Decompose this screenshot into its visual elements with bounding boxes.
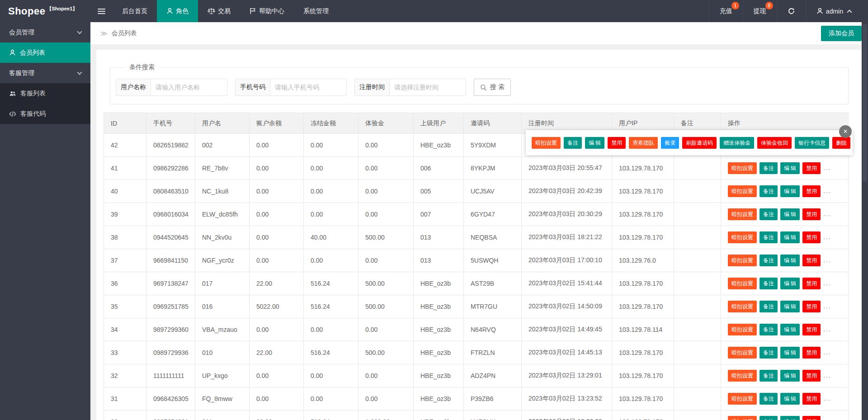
row-action-button[interactable]: 禁用 xyxy=(802,347,821,359)
nav-item-2[interactable]: 交易 xyxy=(198,0,240,22)
row-action-button[interactable]: 备注 xyxy=(760,393,778,405)
sidebar-item-4[interactable]: 客服代码 xyxy=(0,104,90,124)
row-action-button[interactable]: 禁用 xyxy=(802,370,821,382)
row-action-button[interactable]: 暗扣设置 xyxy=(728,301,757,312)
row-action-button[interactable]: 暗扣设置 xyxy=(728,278,757,289)
row-action-button[interactable]: 编 辑 xyxy=(780,416,800,420)
popup-action-button[interactable]: 备注 xyxy=(564,137,582,149)
row-action-button[interactable]: 编 辑 xyxy=(780,278,800,289)
cell-remark xyxy=(674,411,721,420)
row-action-button[interactable]: 备注 xyxy=(760,231,778,243)
cell-id: 38 xyxy=(104,226,146,249)
nav-item-1[interactable]: 角色 xyxy=(157,0,198,22)
nav-item-3[interactable]: 帮助中心 xyxy=(240,0,294,22)
row-action-button[interactable]: 备注 xyxy=(760,347,778,359)
more-actions-button[interactable]: ... xyxy=(823,256,831,264)
row-action-button[interactable]: 暗扣设置 xyxy=(728,162,757,174)
sidebar-item-0[interactable]: 会员管理 xyxy=(0,22,90,42)
row-action-button[interactable]: 暗扣设置 xyxy=(728,393,757,405)
search-input-1[interactable] xyxy=(270,79,346,95)
row-action-button[interactable]: 暗扣设置 xyxy=(728,416,757,420)
popup-action-button[interactable]: 编 辑 xyxy=(585,137,604,149)
search-input-2[interactable] xyxy=(390,79,466,95)
popup-action-button[interactable]: 暗扣设置 xyxy=(532,137,561,149)
more-actions-button[interactable]: ... xyxy=(823,326,831,333)
more-actions-button[interactable]: ... xyxy=(823,279,831,287)
row-action-button[interactable]: 备注 xyxy=(760,416,778,420)
row-action-button[interactable]: 编 辑 xyxy=(780,393,800,405)
add-member-button[interactable]: 添加会员 xyxy=(821,26,862,41)
row-action-button[interactable]: 暗扣设置 xyxy=(728,208,757,220)
row-action-button[interactable]: 编 辑 xyxy=(780,185,800,197)
page-scrollbar[interactable] xyxy=(862,0,868,420)
popup-action-button[interactable]: 查看团队 xyxy=(629,137,658,149)
cell-trial: 500.00 xyxy=(359,272,414,295)
popup-action-button[interactable]: 刷新邀请码 xyxy=(682,137,717,149)
more-actions-button[interactable]: ... xyxy=(823,210,831,217)
row-action-button[interactable]: 备注 xyxy=(760,324,778,335)
search-input-0[interactable] xyxy=(151,79,227,95)
row-action-button[interactable]: 编 辑 xyxy=(780,255,800,266)
more-actions-button[interactable]: ... xyxy=(823,349,831,356)
row-action-button[interactable]: 暗扣设置 xyxy=(728,255,757,266)
popup-action-button[interactable]: 禁用 xyxy=(608,137,626,149)
row-action-button[interactable]: 备注 xyxy=(760,370,778,382)
row-action-button[interactable]: 编 辑 xyxy=(780,347,800,359)
row-action-button[interactable]: 编 辑 xyxy=(780,301,800,312)
row-action-button[interactable]: 禁用 xyxy=(802,255,821,266)
row-action-button[interactable]: 编 辑 xyxy=(780,370,800,382)
cell-invite: P39ZB6 xyxy=(464,387,522,411)
popup-action-button[interactable]: 银行卡信息 xyxy=(795,137,829,149)
cell-id: 32 xyxy=(104,364,146,387)
row-action-button[interactable]: 备注 xyxy=(760,162,778,174)
row-action-button[interactable]: 禁用 xyxy=(802,231,821,243)
nav-item-提现[interactable]: 提现8 xyxy=(743,0,777,22)
more-actions-button[interactable]: ... xyxy=(823,372,831,379)
sidebar-item-1[interactable]: 会员列表 xyxy=(0,42,90,63)
row-action-button[interactable]: 禁用 xyxy=(802,185,821,197)
row-action-button[interactable]: 禁用 xyxy=(802,324,821,335)
sidebar-toggle-button[interactable] xyxy=(90,0,113,22)
row-action-button[interactable]: 禁用 xyxy=(802,393,821,405)
user-menu[interactable]: admin xyxy=(806,0,862,22)
more-actions-button[interactable]: ... xyxy=(823,187,831,194)
row-action-button[interactable]: 禁用 xyxy=(802,162,821,174)
row-action-button[interactable]: 暗扣设置 xyxy=(728,185,757,197)
more-actions-button[interactable]: ... xyxy=(823,418,831,420)
sidebar-item-3[interactable]: 客服列表 xyxy=(0,83,90,104)
more-actions-button[interactable]: ... xyxy=(823,395,831,402)
row-action-button[interactable]: 暗扣设置 xyxy=(728,324,757,335)
popup-action-button[interactable]: 体验金收回 xyxy=(757,137,792,149)
search-button[interactable]: 搜 索 xyxy=(474,79,511,96)
row-action-button[interactable]: 暗扣设置 xyxy=(728,347,757,359)
row-action-button[interactable]: 暗扣设置 xyxy=(728,370,757,382)
row-action-button[interactable]: 备注 xyxy=(760,255,778,266)
row-action-button[interactable]: 备注 xyxy=(760,301,778,312)
row-action-button[interactable]: 禁用 xyxy=(802,208,821,220)
row-action-button[interactable]: 编 辑 xyxy=(780,208,800,220)
row-action-button[interactable]: 备注 xyxy=(760,185,778,197)
more-actions-button[interactable]: ... xyxy=(823,302,831,310)
refresh-button[interactable] xyxy=(777,0,806,22)
popup-action-button[interactable]: 账变 xyxy=(661,137,679,149)
row-action-button[interactable]: 编 辑 xyxy=(780,231,800,243)
row-action-button[interactable]: 暗扣设置 xyxy=(728,231,757,243)
popup-action-button[interactable]: 赠送体验金 xyxy=(720,137,754,149)
row-action-button[interactable]: 备注 xyxy=(760,208,778,220)
cell-frozen: 516.24 xyxy=(304,341,359,364)
row-action-button[interactable]: 编 辑 xyxy=(780,324,800,335)
nav-item-0[interactable]: 后台首页 xyxy=(113,0,157,22)
more-actions-button[interactable]: ... xyxy=(823,164,831,171)
sidebar-item-2[interactable]: 客服管理 xyxy=(0,63,90,83)
more-actions-button[interactable]: ... xyxy=(823,233,831,241)
row-action-button[interactable]: 备注 xyxy=(760,278,778,289)
row-action-button[interactable]: 禁用 xyxy=(802,416,821,420)
popup-action-button[interactable]: 删除 xyxy=(832,137,850,149)
close-icon[interactable]: × xyxy=(839,125,852,138)
row-action-button[interactable]: 编 辑 xyxy=(780,162,800,174)
scrollbar-thumb[interactable] xyxy=(863,24,867,182)
row-action-button[interactable]: 禁用 xyxy=(802,301,821,312)
nav-item-充值[interactable]: 充值1 xyxy=(709,0,743,22)
row-action-button[interactable]: 禁用 xyxy=(802,278,821,289)
nav-item-4[interactable]: 系统管理 xyxy=(294,0,338,22)
